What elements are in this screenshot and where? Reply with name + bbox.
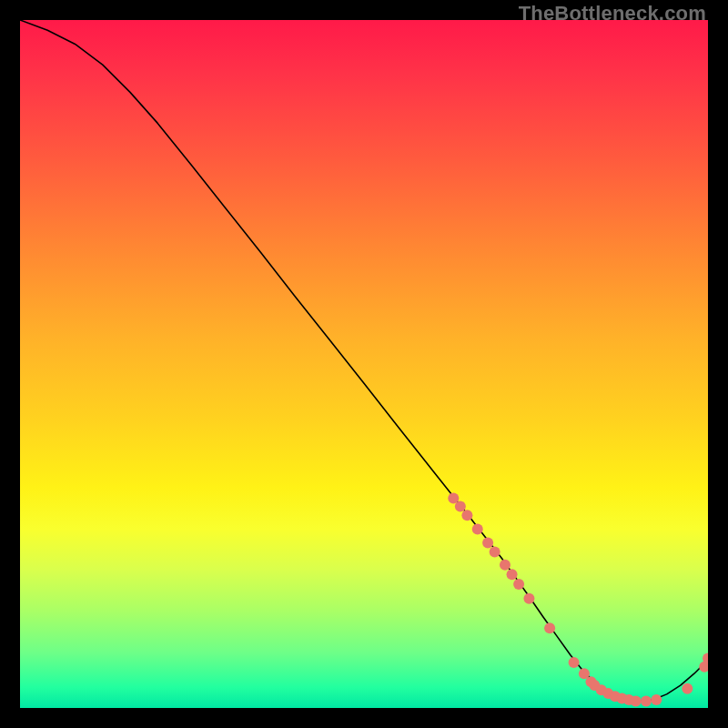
data-marker <box>490 546 500 557</box>
data-marker <box>472 523 483 534</box>
data-marker <box>507 569 518 580</box>
data-marker <box>455 500 466 511</box>
data-marker <box>500 560 511 571</box>
data-marker <box>461 510 472 521</box>
curve-line <box>20 20 708 701</box>
data-marker <box>651 694 662 705</box>
data-marker <box>523 593 534 604</box>
data-marker <box>569 657 580 668</box>
data-marker <box>482 538 493 549</box>
data-marker <box>544 622 555 633</box>
watermark-text: TheBottleneck.com <box>519 2 706 25</box>
chart-stage: TheBottleneck.com <box>0 0 728 728</box>
plot-area <box>20 20 708 708</box>
data-marker <box>641 695 652 706</box>
data-marker <box>513 579 524 590</box>
data-marker <box>682 683 693 694</box>
data-marker <box>631 695 642 706</box>
chart-svg <box>20 20 708 708</box>
